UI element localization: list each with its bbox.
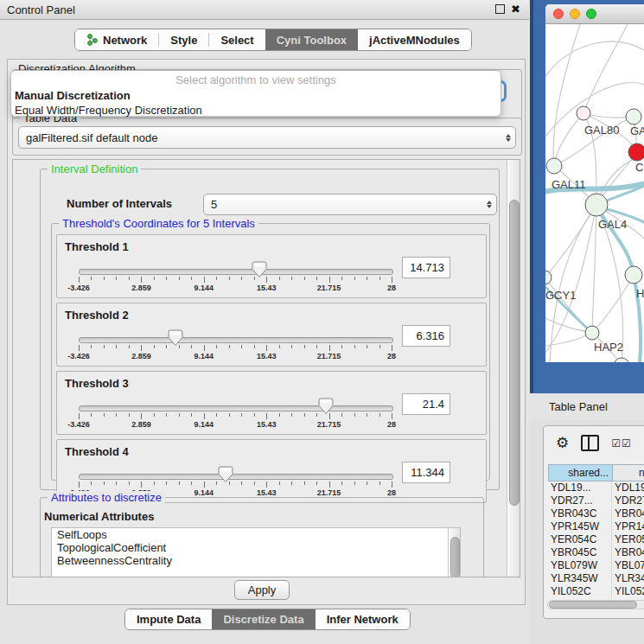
control-panel-tabstrip: Network Style Select Cyni Toolbox jActiv… xyxy=(74,29,472,51)
threshold-slider-track[interactable] xyxy=(79,337,393,343)
columns-icon[interactable] xyxy=(581,435,599,451)
table-row[interactable]: YPR145WYPR145W xyxy=(548,520,644,533)
tick-label: 9.144 xyxy=(194,352,214,360)
network-node-label: GA xyxy=(630,124,644,137)
threshold-slider-handle[interactable] xyxy=(252,261,267,278)
threshold-slider-handle[interactable] xyxy=(318,398,334,415)
threshold-panel: Threshold 3 -3.4262.8599.14415.4321.7152… xyxy=(56,371,487,435)
attributes-vscrollbar[interactable] xyxy=(448,528,460,577)
table-row[interactable]: YDL19...YDL19 xyxy=(548,481,644,494)
network-node-label: H xyxy=(636,287,644,300)
tick-label: 2.859 xyxy=(131,284,151,292)
num-intervals-combobox[interactable]: 5 xyxy=(203,194,497,215)
spinner-arrows-icon xyxy=(501,134,515,142)
threshold-value-field[interactable]: 11.344 xyxy=(402,462,450,483)
settings-vscrollbar[interactable] xyxy=(507,160,520,577)
threshold-label: Threshold 1 xyxy=(65,240,129,253)
network-node[interactable] xyxy=(585,326,599,340)
threshold-slider-track[interactable] xyxy=(79,405,393,411)
control-panel-title: Control Panel xyxy=(7,3,75,16)
network-node[interactable] xyxy=(545,271,552,284)
tab-cyni-toolbox[interactable]: Cyni Toolbox xyxy=(265,29,358,50)
threshold-panel: Threshold 1 -3.4262.8599.14415.4321.7152… xyxy=(56,234,487,298)
network-node[interactable] xyxy=(628,143,644,161)
table-hscrollbar-thumb[interactable] xyxy=(549,601,637,609)
table-cell: YBR045C xyxy=(612,546,644,559)
table-row[interactable]: YBR045CYBR045C xyxy=(548,546,644,559)
minimize-traffic-light-icon[interactable] xyxy=(570,9,580,19)
network-node[interactable] xyxy=(546,158,562,174)
tab-discretize-data[interactable]: Discretize Data xyxy=(212,609,315,629)
network-node[interactable] xyxy=(585,194,608,216)
list-item[interactable]: TopologicalCoefficient xyxy=(52,541,460,554)
tab-network[interactable]: Network xyxy=(75,29,158,50)
tick-label: 9.144 xyxy=(194,488,214,497)
table-row[interactable]: YBL079WYBL079W xyxy=(548,559,644,572)
interval-definition-group: Interval Definition Number of Intervals … xyxy=(40,169,500,490)
attributes-group-title: Attributes to discretize xyxy=(48,491,165,504)
threshold-slider-ticks xyxy=(79,413,395,420)
threshold-label: Threshold 3 xyxy=(65,377,129,390)
apply-button[interactable]: Apply xyxy=(234,580,290,600)
tab-select[interactable]: Select xyxy=(209,29,265,50)
threshold-slider-track[interactable] xyxy=(79,474,393,480)
tab-jactivemnodules[interactable]: jActiveMNodules xyxy=(358,29,471,50)
threshold-slider-ticks xyxy=(79,481,395,488)
spinner-arrows-icon xyxy=(482,201,496,208)
threshold-value-field[interactable]: 14.713 xyxy=(402,257,450,278)
close-traffic-light-icon[interactable] xyxy=(553,9,564,19)
tab-infer-network[interactable]: Infer Network xyxy=(316,609,410,629)
list-item[interactable]: SelfLoops xyxy=(52,528,460,541)
numerical-attributes-list[interactable]: SelfLoopsTopologicalCoefficientBetweenne… xyxy=(51,527,461,577)
tick-label: 28 xyxy=(387,352,396,360)
tick-label: -3.426 xyxy=(67,420,90,429)
threshold-slider-ticks xyxy=(79,277,395,284)
table-row[interactable]: YLR345WYLR345W xyxy=(548,572,644,585)
table-hscrollbar[interactable] xyxy=(547,600,644,609)
float-window-icon[interactable] xyxy=(495,4,505,14)
tab-style-label: Style xyxy=(170,34,197,47)
threshold-slider-handle[interactable] xyxy=(218,466,233,483)
table-cell: YIL052C xyxy=(612,585,644,597)
tab-select-label: Select xyxy=(220,34,253,47)
tick-label: 28 xyxy=(387,420,396,429)
table-row[interactable]: YER054CYER054C xyxy=(548,533,644,546)
num-intervals-label: Number of Intervals xyxy=(67,197,172,210)
table-data-group: Table Data galFiltered.sif default node xyxy=(12,118,522,156)
gear-icon[interactable]: ⚙ xyxy=(556,436,569,450)
zoom-traffic-light-icon[interactable] xyxy=(586,9,596,19)
network-node[interactable] xyxy=(577,106,590,120)
table-data-combobox[interactable]: galFiltered.sif default node xyxy=(18,126,516,149)
settings-vscrollbar-thumb[interactable] xyxy=(509,200,520,506)
threshold-slider-track[interactable] xyxy=(79,269,393,275)
table-panel-inner: ⚙ ☑☑ shared... name YDL19...YDL19YDR27..… xyxy=(543,425,644,619)
close-icon[interactable]: ✖ xyxy=(511,3,520,15)
threshold-slider-handle[interactable] xyxy=(168,329,183,347)
network-node-label: C xyxy=(635,161,643,174)
attributes-vscrollbar-thumb[interactable] xyxy=(450,537,460,577)
table-panel-title: Table Panel xyxy=(549,400,608,413)
algorithm-option-equal-width[interactable]: Equal Width/Frequency Discretization xyxy=(11,103,501,118)
table-header-name[interactable]: name xyxy=(613,465,644,481)
tick-label: 9.144 xyxy=(194,420,214,429)
list-item[interactable]: BetweennessCentrality xyxy=(52,554,460,567)
table-cell: YBL079W xyxy=(548,559,612,572)
table-row[interactable]: YIL052CYIL052C xyxy=(548,585,644,597)
algorithm-option-manual[interactable]: Manual Discretization xyxy=(11,88,501,103)
network-node[interactable] xyxy=(625,266,642,284)
num-intervals-value: 5 xyxy=(204,198,482,211)
checkbox-icons[interactable]: ☑☑ xyxy=(611,437,632,450)
tab-style[interactable]: Style xyxy=(159,29,208,50)
table-row[interactable]: YDR27...YDR27 xyxy=(548,494,644,507)
network-canvas[interactable]: GAL80GACGAL11GAL4GCY1HHAP2 xyxy=(545,24,644,362)
network-node[interactable] xyxy=(626,109,641,124)
tab-impute-data[interactable]: Impute Data xyxy=(125,609,212,629)
algorithm-placeholder-option[interactable]: Select algorithm to view settings xyxy=(11,71,501,88)
control-panel-titlebar: Control Panel ✖ xyxy=(0,0,529,20)
network-node-label: GAL4 xyxy=(598,218,627,231)
table-header-shared[interactable]: shared... xyxy=(549,465,613,481)
tick-label: 9.144 xyxy=(194,284,214,292)
threshold-value-field[interactable]: 6.316 xyxy=(402,325,450,347)
table-row[interactable]: YBR043CYBR043C xyxy=(548,507,644,520)
threshold-value-field[interactable]: 21.4 xyxy=(402,393,450,415)
